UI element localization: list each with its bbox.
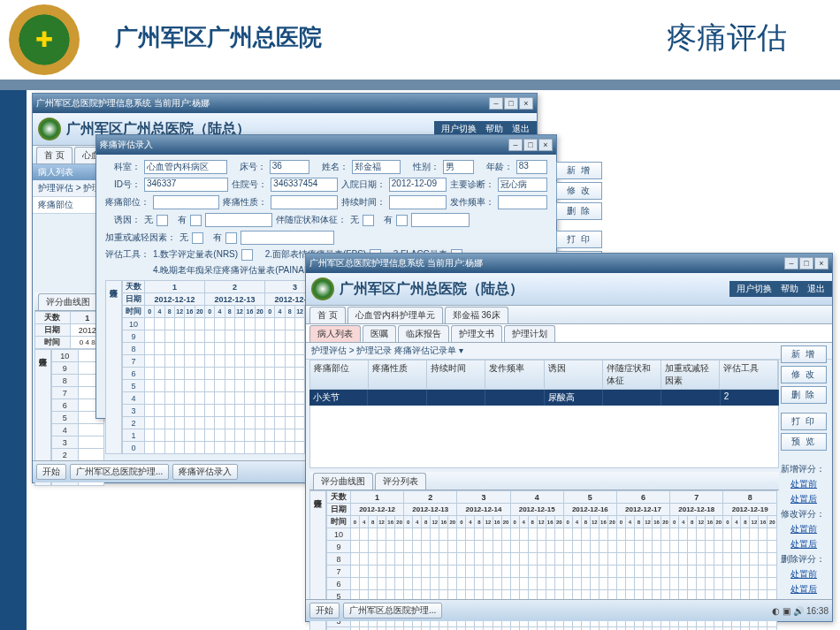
win1-title: 广州军区总医院护理信息系统 当前用户:杨娜 (36, 97, 210, 110)
win3-breadcrumb: 护理评估 > 护理记录 疼痛评估记录单 ▾ (306, 343, 832, 360)
clock: 16:38 (806, 606, 829, 616)
w3-graph-tab-2[interactable]: 评分列表 (375, 473, 426, 490)
hospno-input[interactable]: 346337454 (271, 178, 337, 192)
link-after-1[interactable]: 处置后 (781, 493, 827, 505)
logout[interactable]: 退出 (512, 123, 530, 135)
duration-input[interactable] (389, 195, 447, 209)
hospital-name: 广州军区广州总医院 (115, 22, 322, 53)
w3-graph-tab-1[interactable]: 评分曲线图 (313, 473, 373, 490)
win3-title: 广州军区总医院护理信息系统 当前用户:杨娜 (309, 257, 483, 269)
sec-tab-patients[interactable]: 病人列表 (309, 325, 361, 342)
admit-input[interactable]: 2012-12-09 (389, 178, 447, 192)
print-button[interactable]: 打 印 (556, 231, 602, 248)
link-before-2[interactable]: 处置前 (781, 523, 827, 535)
name-input[interactable]: 郑金福 (352, 160, 401, 174)
age-input[interactable]: 83 (516, 160, 547, 174)
user-switch[interactable]: 用户切换 (737, 283, 772, 295)
sec-tab-orders[interactable]: 医嘱 (363, 325, 396, 342)
w3-del[interactable]: 删 除 (781, 386, 827, 404)
sec-tab-docs[interactable]: 护理文书 (451, 325, 502, 342)
win3-controls[interactable]: –□× (783, 257, 829, 269)
tray: ◐ ▣ 🔊 16:38 (772, 606, 829, 616)
tab-home[interactable]: 首 页 (36, 147, 73, 163)
link-after-2[interactable]: 处置后 (781, 538, 827, 550)
w3-tab-ward[interactable]: 心血管内科护理单元 (347, 307, 443, 323)
list-row[interactable]: 小关节尿酸高2 (309, 390, 779, 406)
logout[interactable]: 退出 (807, 283, 825, 295)
seal-icon (311, 277, 334, 300)
w3-tab-home[interactable]: 首 页 (309, 307, 346, 323)
page-title: 疼痛评估 (667, 18, 787, 58)
w3-start[interactable]: 开始 (309, 603, 340, 619)
nature-input[interactable] (271, 195, 337, 209)
accomp-has-chk[interactable] (396, 215, 408, 226)
cause-none-chk[interactable] (157, 215, 168, 226)
win1-controls[interactable]: –□× (488, 97, 533, 110)
factor-none-chk[interactable] (192, 232, 203, 244)
link-after-3[interactable]: 处置后 (781, 583, 827, 596)
id-input[interactable]: 346337 (144, 178, 228, 192)
help[interactable]: 帮助 (781, 283, 798, 295)
del-button[interactable]: 删 除 (556, 202, 602, 220)
win1-grid: 天数1 日期2012 时间0 4 8 (34, 311, 105, 349)
tray-icon: 🔊 (793, 606, 804, 616)
w3-edit[interactable]: 修 改 (781, 366, 827, 383)
w3-print[interactable]: 打 印 (781, 413, 827, 430)
new-button[interactable]: 新 增 (556, 162, 602, 179)
user-switch[interactable]: 用户切换 (441, 123, 477, 135)
help[interactable]: 帮助 (485, 123, 503, 135)
win2-controls[interactable]: –□× (508, 139, 553, 151)
cause-has-chk[interactable] (190, 215, 202, 226)
decorative-bar (0, 80, 840, 90)
sec-tab-plan[interactable]: 护理计划 (504, 325, 555, 342)
freq-input[interactable] (498, 195, 547, 209)
site-input[interactable] (153, 195, 219, 209)
w3-task1[interactable]: 广州军区总医院护理... (343, 603, 442, 619)
dept-input[interactable]: 心血管内科病区 (144, 160, 227, 174)
sec-tab-reports[interactable]: 临床报告 (398, 325, 449, 342)
edit-button[interactable]: 修 改 (556, 182, 602, 200)
w3-new[interactable]: 新 增 (781, 345, 827, 363)
sex-input[interactable]: 男 (443, 160, 474, 174)
win1-titlebar[interactable]: 广州军区总医院护理信息系统 当前用户:杨娜 –□× (33, 94, 537, 113)
win3-org-text: 广州军区广州总医院（陆总） (340, 280, 523, 299)
bed-input[interactable]: 36 (270, 160, 309, 174)
w3-preview[interactable]: 预 览 (781, 433, 827, 451)
tray-icon: ◐ (772, 606, 780, 616)
factor-has-chk[interactable] (225, 232, 237, 244)
graph-tab-1[interactable]: 评分曲线图 (38, 293, 98, 310)
window-front: 广州军区总医院护理信息系统 当前用户:杨娜 –□× 广州军区广州总医院（陆总） … (305, 253, 833, 622)
tray-icon: ▣ (783, 606, 790, 616)
list-header: 疼痛部位疼痛性质持续时间发作频率诱因伴随症状和体征加重或减轻因素评估工具 (309, 360, 779, 390)
link-before-3[interactable]: 处置前 (781, 568, 827, 581)
side-shape (0, 90, 27, 630)
win2-title: 疼痛评估录入 (100, 139, 153, 151)
start-button[interactable]: 开始 (36, 464, 66, 480)
accomp-none-chk[interactable] (363, 215, 374, 226)
seal-icon (38, 118, 61, 140)
tool1-chk[interactable] (241, 249, 253, 261)
w3-tab-patient[interactable]: 郑金福 36床 (445, 307, 508, 323)
link-before-1[interactable]: 处置前 (781, 478, 827, 490)
hospital-logo: ✚ (9, 4, 80, 75)
diag-input[interactable]: 冠心病 (498, 178, 547, 192)
